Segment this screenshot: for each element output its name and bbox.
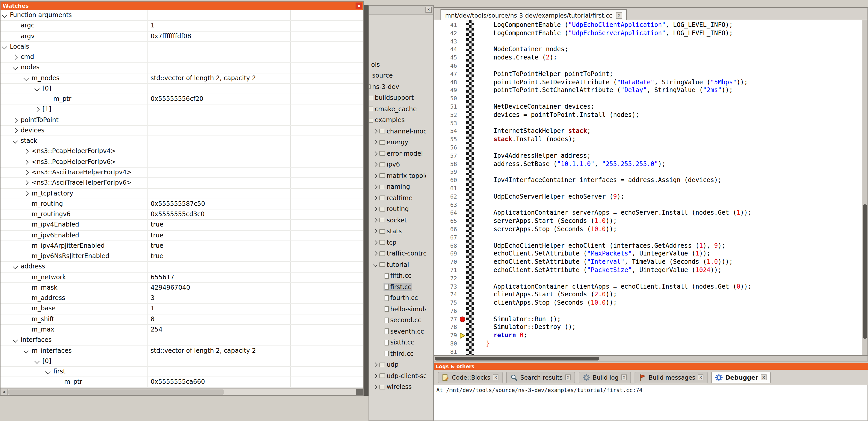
line-number[interactable]: 47 (434, 70, 459, 78)
tree-item-energy[interactable]: energy (372, 137, 426, 148)
tree-item-buildsupport[interactable]: buildsupport (369, 92, 426, 103)
project-panel-header[interactable]: x (369, 6, 433, 15)
line-number[interactable]: 68 (434, 242, 459, 250)
logs-titlebar[interactable]: Logs & others (434, 363, 868, 370)
marker-margin[interactable] (459, 193, 466, 201)
expander-right-icon[interactable] (372, 205, 378, 213)
tree-item-fifth-cc[interactable]: fifth.cc (383, 270, 426, 281)
line-number[interactable]: 76 (434, 307, 459, 316)
marker-margin[interactable] (459, 291, 466, 299)
marker-margin[interactable] (459, 176, 466, 185)
line-number[interactable]: 51 (434, 103, 459, 111)
line-number[interactable]: 72 (434, 274, 459, 283)
watch-row[interactable]: m_ipv4ArpJitterEnabledtrue (1, 241, 363, 252)
expander-down-icon[interactable] (24, 75, 29, 81)
line-number[interactable]: 52 (434, 111, 459, 120)
watch-row[interactable]: pointToPoint (1, 115, 363, 126)
watch-row[interactable]: <ns3::PcapHelperForIpv6> (1, 157, 363, 168)
tab-debugger[interactable]: Debuggerx (711, 371, 771, 383)
tree-item-channel-models[interactable]: channel-models (372, 126, 426, 137)
marker-margin[interactable] (459, 152, 466, 160)
tree-item-wireless[interactable]: wireless (372, 382, 426, 393)
watch-row[interactable]: <ns3::PcapHelperForIpv4> (1, 147, 363, 157)
editor-vscrollbar[interactable] (862, 20, 867, 355)
line-number[interactable]: 50 (434, 95, 459, 103)
watch-row[interactable]: argc1 (1, 21, 363, 32)
tab-build-log[interactable]: Build logx (579, 371, 631, 383)
expander-right-icon[interactable] (372, 194, 378, 202)
line-number[interactable]: 57 (434, 152, 459, 160)
marker-margin[interactable] (459, 299, 466, 307)
marker-margin[interactable] (459, 144, 466, 152)
marker-margin[interactable] (459, 258, 466, 266)
expander-right-icon[interactable] (34, 107, 40, 112)
tree-item-tcp[interactable]: tcp (372, 237, 426, 248)
tab-search-results[interactable]: Search resultsx (506, 371, 575, 383)
watch-row[interactable]: m_ptr0x55555556cf20 (1, 94, 363, 105)
tree-item-matrix-topology[interactable]: matrix-topology (372, 170, 426, 181)
marker-margin[interactable] (459, 128, 466, 136)
watches-hscroll-track[interactable] (8, 389, 356, 395)
tab-code-blocks[interactable]: Code::Blocksx (438, 371, 503, 383)
tab-close-button[interactable]: x (761, 375, 767, 380)
tree-item-naming[interactable]: naming (372, 181, 426, 192)
expander-right-icon[interactable] (372, 172, 378, 180)
line-number[interactable]: 80 (434, 340, 459, 348)
line-number[interactable]: 41 (434, 21, 459, 30)
tree-item-sixth-cc[interactable]: sixth.cc (383, 337, 426, 348)
line-number[interactable]: 78 (434, 324, 459, 332)
expander-right-icon[interactable] (372, 128, 378, 135)
watch-row[interactable]: address (1, 262, 363, 272)
line-number[interactable]: 58 (434, 160, 459, 168)
expander-right-icon[interactable] (372, 361, 378, 368)
tree-item-routing[interactable]: routing (372, 203, 426, 215)
line-number[interactable]: 59 (434, 168, 459, 176)
marker-margin[interactable] (459, 233, 466, 242)
code-area[interactable]: 41 LogComponentEnable ("UdpEchoClientApp… (434, 20, 868, 356)
tree-item-first-cc[interactable]: first.cc (383, 281, 426, 292)
expander-down-icon[interactable] (24, 348, 29, 353)
marker-margin[interactable] (459, 340, 466, 348)
watch-row[interactable]: m_address3 (1, 293, 363, 304)
watch-row[interactable]: m_routingv60x5555555cd3c0 (1, 209, 363, 220)
line-number[interactable]: 67 (434, 233, 459, 242)
line-number[interactable]: 43 (434, 37, 459, 46)
expander-down-icon[interactable] (34, 86, 40, 91)
line-number[interactable]: 60 (434, 176, 459, 185)
marker-margin[interactable] (459, 46, 466, 54)
marker-margin[interactable] (459, 266, 466, 274)
line-number[interactable]: 44 (434, 46, 459, 54)
breakpoint-icon[interactable] (460, 317, 465, 322)
expander-right-icon[interactable] (372, 139, 378, 146)
watch-row[interactable]: m_routing0x555555587c50 (1, 199, 363, 210)
line-number[interactable]: 53 (434, 119, 459, 128)
watch-row[interactable]: m_ptr0x5555555ca660 (1, 377, 363, 388)
marker-margin[interactable] (459, 283, 466, 291)
watch-row[interactable]: m_ipv6Enabledtrue (1, 230, 363, 241)
expander-right-icon[interactable] (372, 183, 378, 191)
watch-row[interactable]: <ns3::AsciiTraceHelperForIpv6> (1, 178, 363, 189)
line-number[interactable]: 49 (434, 87, 459, 95)
watches-tree[interactable]: Function argumentsargc1argv0x7fffffffdf0… (1, 10, 363, 388)
marker-margin[interactable] (459, 95, 466, 103)
expander-down-icon[interactable] (13, 264, 18, 269)
tree-item-ipv6[interactable]: ipv6 (372, 159, 426, 170)
watch-row[interactable]: <ns3::AsciiTraceHelperForIpv4> (1, 168, 363, 178)
expander-down-icon[interactable] (34, 359, 40, 364)
watch-row[interactable]: Locals (1, 42, 363, 53)
marker-margin[interactable] (459, 62, 466, 70)
watch-row[interactable]: interfaces (1, 335, 363, 346)
marker-margin[interactable] (459, 209, 466, 218)
line-number[interactable]: 79 (434, 332, 459, 340)
watch-row[interactable]: [1] (1, 105, 363, 115)
expander-right-icon[interactable] (24, 149, 29, 154)
editor-hscrollbar[interactable] (434, 356, 868, 361)
tab-build-messages[interactable]: Build messagesx (634, 371, 708, 383)
line-number[interactable]: 54 (434, 128, 459, 136)
tree-item-hello-simulator-cc[interactable]: hello-simulator.cc (383, 303, 426, 315)
watches-close-button[interactable]: x (355, 3, 362, 9)
watch-row[interactable]: m_base1 (1, 304, 363, 315)
tree-item-second-cc[interactable]: second.cc (383, 315, 426, 326)
marker-margin[interactable] (459, 250, 466, 258)
watch-row[interactable]: stack (1, 136, 363, 147)
